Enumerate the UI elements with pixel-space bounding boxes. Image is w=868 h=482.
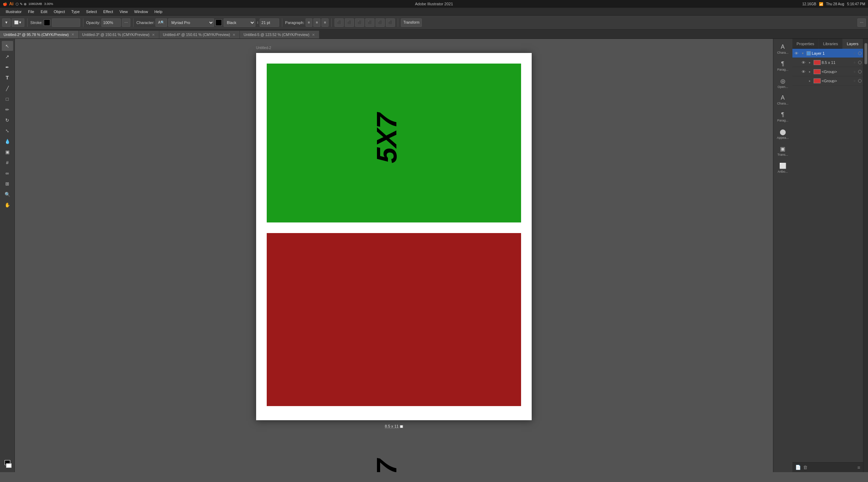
tab-untitled4-close[interactable]: ✕ [232,33,236,37]
tab-untitled2[interactable]: Untitled-2* @ 95.78 % (CMYK/Preview) ✕ [0,31,79,38]
arrange-btn-3[interactable]: ⬛ [355,18,364,27]
artboard-resize-handle[interactable] [400,425,403,428]
menu-object[interactable]: Object [51,9,68,14]
delete-layer-btn[interactable]: 🗑 [803,465,808,470]
tab-layers[interactable]: Layers [843,39,863,49]
align-right-btn[interactable]: ≡ [321,18,329,27]
arrange-btn-2[interactable]: ⬛ [345,18,354,27]
arrange-btn-4[interactable]: ⬛ [365,18,374,27]
hand-tool[interactable]: ✋ [2,200,13,210]
character-icon-btn[interactable]: A🔍 [155,18,167,27]
8511-lock-btn[interactable]: ○ [852,60,857,65]
rotate-tool[interactable]: ↻ [2,115,13,125]
rect-tool[interactable]: □ [2,94,13,104]
tab-untitled2-close[interactable]: ✕ [71,32,75,36]
menu-help[interactable]: Help [152,9,165,14]
layers-menu-btn[interactable]: ≡ [857,465,860,470]
font-color-select[interactable]: Black [224,18,255,27]
panel-options-btn[interactable]: ⋯ [857,18,866,27]
new-layer-btn[interactable]: 📄 [795,465,801,470]
menu-effect[interactable]: Effect [100,9,116,14]
font-family-select[interactable]: Myriad Pro [168,18,214,27]
tab-untitled5-close[interactable]: ✕ [311,33,315,37]
zoom-tool[interactable]: 🔍 [2,189,13,199]
red-rectangle[interactable]: 5X7 [267,233,521,406]
stroke-color-swatch[interactable] [44,19,50,26]
fill-stroke-swatches[interactable] [2,460,13,470]
arrange-btn-1[interactable]: ⬛ [335,18,344,27]
group1-expand-btn[interactable]: ▸ [808,69,813,74]
para2-properties-icon[interactable]: ¶ Parag... [775,109,791,125]
artboard-tool[interactable]: ⊞ [2,179,13,189]
opacity-options-btn[interactable]: ⋯ [122,18,130,27]
layer1-lock-btn[interactable]: ○ [852,51,857,56]
tab-libraries[interactable]: Libraries [819,39,843,49]
scale-tool[interactable]: ⤡ [2,126,13,136]
menu-edit[interactable]: Edit [38,9,50,14]
type-tool[interactable]: T [2,73,13,83]
tab-properties[interactable]: Properties [792,39,819,49]
artboard-label-text[interactable]: 8.5 x 11 [385,424,398,429]
layer-row-8511[interactable]: 👁 ▸ 8.5 x 11 ○ [792,58,863,67]
arrange-btn-5[interactable]: ⬛ [376,18,385,27]
font-color-swatch[interactable] [215,19,222,26]
group2-lock-btn[interactable]: ○ [852,78,857,83]
text-5x7-red[interactable]: 5X7 [373,459,401,472]
layer-row-group2[interactable]: 👁 ▸ <Group> ○ [792,76,863,85]
brush-tool[interactable]: ✏ [2,105,13,114]
tab-untitled3[interactable]: Untitled-3* @ 150.61 % (CMYK/Preview) ✕ [79,31,159,38]
8511-visibility-btn[interactable]: 👁 [801,60,807,65]
group1-lock-btn[interactable]: ○ [852,69,857,74]
stroke-input[interactable] [52,18,80,27]
group1-target-circle[interactable] [858,70,862,73]
group1-visibility-btn[interactable]: 👁 [801,69,807,75]
canvas-area[interactable]: Untitled-2 5X7 5X7 8.5 x 11 [15,39,773,472]
menu-file[interactable]: File [25,9,37,14]
group2-expand-btn[interactable]: ▸ [808,78,813,83]
char2-properties-icon[interactable]: A Chara... [775,92,791,108]
blend-tool[interactable]: ∞ [2,168,13,178]
scroll-thumb[interactable] [864,43,867,64]
mesh-tool[interactable]: # [2,157,13,167]
tab-untitled3-close[interactable]: ✕ [151,33,155,37]
opacity-input[interactable] [101,18,121,27]
text-5x7-green[interactable]: 5X7 [373,113,401,163]
eyedropper-tool[interactable]: 💧 [2,136,13,146]
menu-type[interactable]: Type [69,9,83,14]
menu-select[interactable]: Select [83,9,100,14]
artboard-panel-icon[interactable]: ⬜ Artbo... [775,160,791,176]
line-tool[interactable]: ╱ [2,83,13,93]
layer1-target-circle[interactable] [858,52,862,55]
gradient-tool[interactable]: ▣ [2,147,13,157]
pen-tool[interactable]: ✒ [2,62,13,72]
menu-view[interactable]: View [117,9,131,14]
transform-panel-icon[interactable]: ▣ Trans... [775,143,791,159]
tab-untitled5[interactable]: Untitled-5 @ 123.52 % (CMYK/Preview) ✕ [240,31,319,38]
transform-btn[interactable]: Transform [401,18,422,27]
tool-mode-btn[interactable]: ⬜▼ [12,18,24,27]
font-size-input[interactable] [260,18,279,27]
group2-target-circle[interactable] [858,79,862,83]
tool-selector-btn[interactable]: ▼ [2,18,11,27]
green-rectangle[interactable]: 5X7 [267,64,521,222]
align-center-btn[interactable]: ≡ [313,18,320,27]
8511-target-circle[interactable] [858,61,862,64]
appearance-icon[interactable]: ⬤ Appea... [775,126,791,142]
scroll-track[interactable] [863,39,868,472]
apple-icon[interactable]: 🍎 [3,2,7,6]
8511-expand-btn[interactable]: ▸ [808,60,813,65]
para-properties-icon[interactable]: ¶ Parag... [775,58,791,74]
char-properties-icon[interactable]: A Chara... [775,41,791,57]
layer1-visibility-btn[interactable]: 👁 [794,50,799,56]
open-type-icon[interactable]: ◎ Open... [775,75,791,91]
layer-row-group1[interactable]: 👁 ▸ <Group> ○ [792,67,863,76]
layer1-expand-btn[interactable]: ▾ [801,51,805,56]
arrange-btn-6[interactable]: ⬛ [386,18,395,27]
menu-window[interactable]: Window [131,9,151,14]
tab-untitled4[interactable]: Untitled-4* @ 150.61 % (CMYK/Preview) ✕ [159,31,240,38]
menu-illustrator[interactable]: Illustrator [3,9,24,14]
selection-tool[interactable]: ↖ [2,41,13,51]
align-left-btn[interactable]: ≡ [306,18,313,27]
direct-selection-tool[interactable]: ↗ [2,52,13,61]
layer-row-layer1[interactable]: 👁 ▾ Layer 1 ○ [792,49,863,58]
